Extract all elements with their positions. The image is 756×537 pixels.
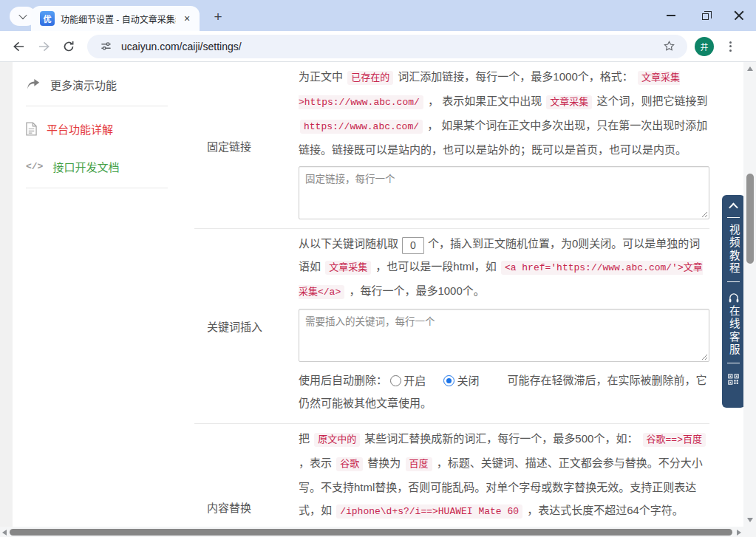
qrcode-icon[interactable]: [728, 374, 739, 385]
close-button[interactable]: [722, 0, 756, 31]
sidebar-item-label: 平台功能详解: [47, 121, 113, 137]
url-text: ucaiyun.com/caiji/settings/: [121, 41, 659, 52]
sidebar: 更多演示功能 平台功能详解 </> 接口开发文档: [26, 62, 181, 194]
vertical-scrollbar-thumb[interactable]: [746, 174, 754, 264]
tab-close-button[interactable]: ×: [180, 12, 194, 25]
radio-option-on[interactable]: 开启: [390, 370, 426, 392]
reload-icon: [63, 41, 75, 52]
sidebar-divider: [26, 106, 168, 106]
back-to-top-button[interactable]: [729, 203, 738, 213]
field-label: 固定链接: [207, 137, 251, 153]
inline-code: 文章采集: [546, 95, 592, 109]
field-description: 从以下关键词随机取个，插入到正文随机位置，为0则关闭。可以是单独的词语如 文章采…: [299, 232, 709, 304]
forward-button[interactable]: [31, 34, 56, 59]
radio-option-label: 开启: [403, 370, 426, 392]
fixed-links-textarea[interactable]: [299, 166, 709, 219]
inline-code: 谷歌==>百度: [643, 433, 706, 447]
video-tutorial-button[interactable]: 视频教程: [728, 224, 739, 276]
new-tab-button[interactable]: +: [208, 7, 228, 27]
settings-form: 固定链接 为正文中 已存在的 词汇添加链接，每行一个，最多1000个，格式： 文…: [194, 62, 709, 527]
radio-option-label: 关闭: [457, 370, 479, 392]
field-label: 内容替换: [207, 499, 251, 515]
browser-window: 优 功能细节设置 - 自动文章采集器 × + ucaiyun.com/caiji…: [0, 0, 756, 537]
radio-icon: [443, 375, 454, 386]
restore-button[interactable]: [688, 0, 722, 31]
inline-code: 文章采集: [325, 261, 371, 275]
tab-title: 功能细节设置 - 自动文章采集器: [61, 13, 176, 25]
inline-code: 原文中的: [314, 433, 360, 447]
scroll-left-arrow[interactable]: [2, 530, 7, 536]
code-icon: </>: [26, 161, 43, 172]
address-bar[interactable]: ucaiyun.com/caiji/settings/: [87, 35, 687, 58]
browser-titlebar: 优 功能细节设置 - 自动文章采集器 × +: [0, 0, 756, 31]
widget-divider: [727, 217, 740, 218]
window-controls: [654, 0, 756, 31]
document-icon: [26, 122, 37, 136]
sidebar-divider: [26, 188, 168, 188]
sidebar-item-api-docs[interactable]: </> 接口开发文档: [26, 151, 181, 182]
scroll-up-arrow[interactable]: [747, 66, 753, 71]
minimize-icon: [667, 15, 675, 16]
reload-button[interactable]: [56, 34, 81, 59]
keyword-count-input[interactable]: [402, 237, 424, 254]
floating-sidebar: 视频教程 在线客服: [722, 195, 745, 408]
form-section-content-replace: 内容替换 把 原文中的 某些词汇替换成新的词汇，每行一个，最多500个，如： 谷…: [194, 423, 709, 527]
sidebar-item-platform-docs[interactable]: 平台功能详解: [26, 114, 181, 144]
scroll-right-arrow[interactable]: [737, 530, 741, 536]
bookmark-star-button[interactable]: [659, 37, 678, 56]
sidebar-item-label: 接口开发文档: [52, 159, 119, 174]
keywords-textarea[interactable]: [299, 309, 709, 362]
vertical-scrollbar[interactable]: [743, 62, 756, 537]
radio-icon: [390, 375, 401, 386]
page-viewport: 更多演示功能 平台功能详解 </> 接口开发文档 固定链接 为正文中 已存在的 …: [0, 62, 756, 537]
form-section-keyword-insert: 关键词插入 从以下关键词随机取个，插入到正文随机位置，为0则关闭。可以是单独的词…: [194, 228, 709, 423]
inline-code: 谷歌: [336, 457, 363, 471]
online-service-button[interactable]: 在线客服: [728, 305, 739, 357]
field-label: 关键词插入: [207, 318, 262, 334]
close-icon: [734, 10, 744, 21]
auto-delete-row: 使用后自动删除： 开启 关闭 可能存在轻微滞后，在实际被删除前，它仍然可能被其他…: [299, 369, 709, 414]
widget-divider: [727, 363, 740, 363]
page-background-strip: [0, 62, 13, 527]
field-description: 为正文中 已存在的 词汇添加链接，每行一个，最多1000个，格式： 文章采集 >…: [299, 65, 709, 161]
share-arrow-icon: [26, 78, 41, 91]
forward-arrow-icon: [38, 41, 50, 52]
site-settings-icon[interactable]: [96, 37, 115, 56]
page-content: 更多演示功能 平台功能详解 </> 接口开发文档 固定链接 为正文中 已存在的 …: [13, 62, 743, 527]
radio-option-off[interactable]: 关闭: [443, 370, 479, 392]
inline-code: 已存在的: [347, 71, 393, 85]
browser-menu-button[interactable]: [721, 38, 739, 55]
restore-icon: [702, 13, 709, 20]
chevron-down-icon: [18, 11, 27, 19]
scroll-down-arrow[interactable]: [747, 518, 753, 522]
sidebar-item-more-demos[interactable]: 更多演示功能: [26, 69, 181, 100]
star-icon: [663, 40, 675, 52]
browser-toolbar: ucaiyun.com/caiji/settings/ 井: [0, 31, 756, 62]
auto-delete-label: 使用后自动删除：: [299, 374, 387, 386]
back-arrow-icon: [13, 41, 25, 52]
minimize-button[interactable]: [654, 0, 688, 31]
profile-avatar[interactable]: 井: [695, 37, 714, 56]
site-favicon: 优: [40, 11, 55, 26]
sidebar-item-label: 更多演示功能: [50, 77, 117, 92]
form-section-fixed-links: 固定链接 为正文中 已存在的 词汇添加链接，每行一个，最多1000个，格式： 文…: [194, 62, 709, 228]
inline-code: https://www.abc.com/: [300, 120, 423, 134]
back-button[interactable]: [6, 34, 31, 59]
horizontal-scrollbar-thumb[interactable]: [10, 529, 732, 536]
field-description: 把 原文中的 某些词汇替换成新的词汇，每行一个，最多500个，如： 谷歌==>百…: [299, 427, 709, 523]
widget-divider: [727, 281, 740, 282]
inline-code: /iphone\d+s?/i==>HUAWEI Mate 60: [336, 504, 522, 519]
browser-tab[interactable]: 优 功能细节设置 - 自动文章采集器 ×: [31, 6, 200, 31]
horizontal-scrollbar[interactable]: [0, 527, 743, 537]
inline-code: 百度: [406, 457, 432, 471]
headset-icon[interactable]: [728, 293, 740, 304]
